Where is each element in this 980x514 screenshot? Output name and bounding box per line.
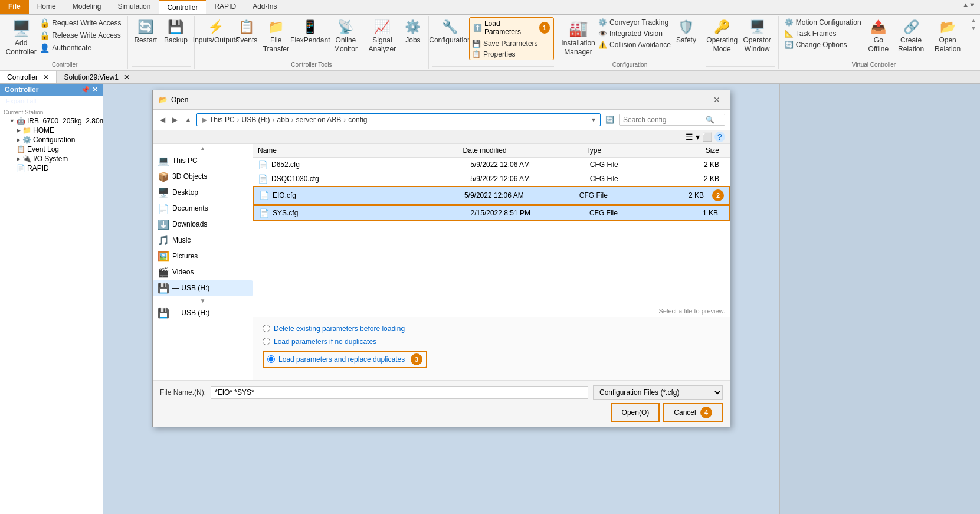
file-transfer-button[interactable]: 📁 File Transfer — [260, 17, 293, 55]
restart-button[interactable]: 🔄 Restart — [132, 17, 160, 47]
tree-robot[interactable]: ▼ 🤖 IRB_6700_205kg_2.80m — [2, 116, 100, 126]
robot-icon: 🤖 — [17, 117, 25, 125]
tab-solution-view[interactable]: Solution29:View1 ✕ — [57, 71, 137, 83]
left-3dobjects[interactable]: 📦 3D Objects — [153, 169, 253, 185]
radio-replace-duplicates[interactable] — [267, 355, 275, 363]
left-thispc[interactable]: 💻 This PC — [153, 153, 253, 169]
backup-button[interactable]: 💾 Backup — [161, 17, 191, 47]
back-button[interactable]: ◀ — [158, 114, 168, 125]
flex-pendant-button[interactable]: 📱 FlexPendant — [294, 17, 327, 47]
address-bar[interactable]: ▶ This PC › USB (H:) › abb › server on A… — [196, 113, 601, 126]
refresh-button[interactable]: 🔄 — [603, 114, 617, 125]
tab-modeling[interactable]: Modeling — [64, 0, 110, 14]
tab-home[interactable]: Home — [29, 0, 64, 14]
file-row-dsqc[interactable]: 📄 DSQC1030.cfg 5/9/2022 12:06 AM CFG Fil… — [253, 172, 730, 186]
events-button[interactable]: 📋 Events — [235, 17, 258, 47]
col-type-header[interactable]: Type — [586, 146, 668, 155]
operator-window-button[interactable]: 🖥️ Operator Window — [740, 17, 775, 55]
preview-pane-icon[interactable]: ⬜ — [702, 132, 712, 142]
controller-tab-close[interactable]: ✕ — [43, 73, 49, 81]
breadcrumb-thispc[interactable]: This PC — [209, 116, 235, 124]
scroll-up-indicator[interactable]: ▲ — [153, 144, 253, 153]
view-details-icon[interactable]: ▾ — [696, 132, 700, 142]
breadcrumb-abb[interactable]: abb — [277, 116, 289, 124]
file-row-d652[interactable]: 📄 D652.cfg 5/9/2022 12:06 AM CFG File 2 … — [253, 158, 730, 172]
left-videos[interactable]: 🎬 Videos — [153, 264, 253, 280]
left-usb-h[interactable]: 💾 — USB (H:) — [153, 280, 253, 296]
scroll-down-indicator[interactable]: ▼ — [153, 296, 253, 305]
tab-addins[interactable]: Add-Ins — [244, 0, 285, 14]
task-frames-button[interactable]: 📐 Task Frames — [782, 28, 864, 39]
search-input[interactable] — [623, 116, 706, 124]
forward-button[interactable]: ▶ — [170, 114, 180, 125]
conveyor-tracking-button[interactable]: ⚙️ Conveyor Tracking — [596, 17, 673, 28]
sidebar-close-button[interactable]: ✕ — [92, 86, 98, 94]
option-replace-duplicates[interactable]: Load parameters and replace duplicates 3 — [263, 351, 427, 368]
authenticate-button[interactable]: 👤 Authenticate — [37, 42, 123, 54]
tab-controller[interactable]: Controller — [159, 0, 206, 14]
integrated-vision-button[interactable]: 👁️ Integrated Vision — [596, 28, 673, 39]
file-name-input[interactable] — [211, 386, 588, 399]
left-desktop[interactable]: 🖥️ Desktop — [153, 185, 253, 201]
jobs-icon: ⚙️ — [405, 19, 421, 35]
radio-delete-existing[interactable] — [263, 325, 270, 332]
view-list-icon[interactable]: ☰ — [686, 132, 693, 142]
add-controller-button[interactable]: 🖥️ Add Controller — [6, 17, 36, 58]
col-size-header[interactable]: Size — [668, 146, 725, 155]
go-offline-button[interactable]: 📤 Go Offline — [865, 17, 893, 55]
address-dropdown-button[interactable]: ▾ — [592, 116, 595, 124]
option-delete-existing[interactable]: Delete existing parameters before loadin… — [263, 325, 720, 333]
online-monitor-button[interactable]: 📡 Online Monitor — [328, 17, 363, 55]
col-date-header[interactable]: Date modified — [463, 146, 586, 155]
open-relation-button[interactable]: 📂 Open Relation — [930, 17, 965, 55]
col-name-header[interactable]: Name — [258, 146, 463, 155]
breadcrumb-config[interactable]: config — [348, 116, 367, 124]
left-documents[interactable]: 📄 Documents — [153, 201, 253, 217]
file-row-eio[interactable]: 📄 EIO.cfg 5/9/2022 12:06 AM CFG File 2 K… — [253, 186, 730, 205]
help-icon[interactable]: ? — [714, 132, 725, 142]
file-row-sys[interactable]: 📄 SYS.cfg 2/15/2022 8:51 PM CFG File 1 K… — [253, 205, 730, 221]
tab-file[interactable]: File — [0, 0, 29, 14]
tree-io-system[interactable]: ▶ 🔌 I/O System — [2, 154, 100, 163]
file-type-select[interactable]: Configuration Files (*.cfg) — [593, 385, 723, 400]
solution-tab-close[interactable]: ✕ — [124, 73, 130, 81]
jobs-button[interactable]: ⚙️ Jobs — [401, 17, 425, 47]
change-options-button[interactable]: 🔄 Change Options — [782, 40, 864, 50]
request-write-access-button[interactable]: 🔓 Request Write Access — [37, 17, 123, 29]
configuration-button[interactable]: 🔧 Configuration — [432, 17, 468, 47]
left-music[interactable]: 🎵 Music — [153, 233, 253, 248]
collision-avoidance-button[interactable]: ⚠️ Collision Avoidance — [596, 40, 673, 50]
tree-event-log[interactable]: 📋 Event Log — [2, 145, 100, 154]
save-parameters-button[interactable]: 💾 Save Parameters — [470, 38, 553, 49]
tree-rapid[interactable]: 📄 RAPID — [2, 163, 100, 173]
properties-button[interactable]: 📋 Properties — [470, 49, 553, 60]
installation-manager-button[interactable]: 🏭 Installation Manager — [562, 17, 595, 58]
left-usb-h2[interactable]: 💾 — USB (H:) — [153, 305, 253, 321]
open-button[interactable]: Open(O) — [611, 403, 660, 422]
tree-home[interactable]: ▶ 📁 HOME — [2, 126, 100, 135]
search-icon[interactable]: 🔍 — [706, 116, 714, 124]
tab-rapid[interactable]: RAPID — [206, 0, 244, 14]
left-pictures[interactable]: 🖼️ Pictures — [153, 248, 253, 264]
breadcrumb-usb[interactable]: USB (H:) — [242, 116, 270, 124]
left-downloads[interactable]: ⬇️ Downloads — [153, 217, 253, 233]
load-parameters-button[interactable]: ⬆️ Load Parameters 1 — [470, 18, 553, 38]
expand-all-link[interactable]: Expand all — [4, 96, 38, 106]
create-relation-button[interactable]: 🔗 Create Relation — [893, 17, 929, 55]
motion-configuration-button[interactable]: ⚙️ Motion Configuration — [782, 17, 864, 28]
operating-mode-button[interactable]: 🔑 Operating Mode — [706, 17, 739, 55]
signal-analyzer-button[interactable]: 📈 Signal Analyzer — [365, 17, 400, 55]
tab-simulation[interactable]: Simulation — [109, 0, 159, 14]
tab-controller-panel[interactable]: Controller ✕ — [0, 71, 57, 83]
radio-no-duplicates[interactable] — [263, 338, 270, 345]
option-no-duplicates[interactable]: Load parameters if no duplicates — [263, 338, 720, 346]
sidebar-pin-button[interactable]: 📌 — [81, 86, 90, 94]
inputs-outputs-button[interactable]: ⚡ Inputs/Outputs — [198, 17, 234, 47]
dialog-close-button[interactable]: ✕ — [710, 94, 724, 106]
tree-configuration[interactable]: ▶ ⚙️ Configuration — [2, 135, 100, 145]
breadcrumb-server[interactable]: server on ABB — [296, 116, 342, 124]
safety-button[interactable]: 🛡️ Safety — [674, 17, 698, 47]
release-write-access-button[interactable]: 🔒 Release Write Access — [37, 30, 123, 41]
up-button[interactable]: ▲ — [182, 114, 194, 125]
cancel-button[interactable]: Cancel 4 — [663, 403, 723, 422]
